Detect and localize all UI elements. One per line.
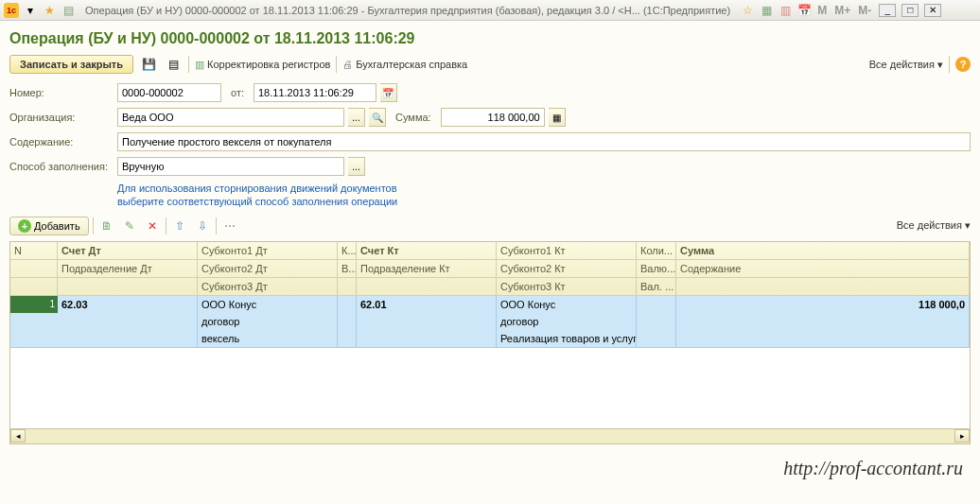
window-titlebar: 1c ▾ ★ ▤ Операция (БУ и НУ) 0000-000002 … [0, 0, 980, 21]
star-icon[interactable]: ★ [42, 3, 57, 18]
m-icon[interactable]: M [815, 4, 829, 17]
sum-label: Сумма: [390, 112, 437, 123]
close-button[interactable]: ✕ [924, 4, 941, 17]
entries-grid: N Счет ДтПодразделение Дт Субконто1 ДтСу… [9, 241, 971, 429]
separator [166, 217, 166, 235]
date-input[interactable] [254, 83, 376, 102]
calc-icon[interactable]: ▥ [778, 3, 793, 18]
grid-toolbar: +Добавить 🗎 ✎ ✕ ⇧ ⇩ ⋯ Все действия ▾ [9, 217, 971, 235]
edit-icon[interactable]: ✎ [120, 217, 139, 235]
col-qty[interactable]: Коли... [637, 242, 675, 260]
m-plus-icon[interactable]: M+ [832, 4, 852, 17]
col-n[interactable]: N [10, 242, 57, 260]
org-input[interactable] [117, 108, 344, 127]
calc-icon[interactable]: ▦ [549, 108, 566, 127]
col-sub1-dt[interactable]: Субконто1 Дт [198, 242, 337, 260]
add-button[interactable]: +Добавить [9, 217, 89, 235]
main-toolbar: Записать и закрыть 💾 ▤ ▥Корректировка ре… [9, 55, 971, 74]
m-minus-icon[interactable]: M- [856, 4, 873, 17]
col-sum[interactable]: Сумма [676, 242, 969, 260]
fill-label: Способ заполнения: [9, 161, 114, 172]
watermark: http://prof-accontant.ru [783, 458, 963, 479]
number-input[interactable] [117, 83, 221, 102]
help-icon[interactable]: ? [955, 57, 971, 72]
fill-lookup-icon[interactable]: ... [348, 157, 365, 176]
save-close-button[interactable]: Записать и закрыть [9, 55, 133, 74]
window-title: Операция (БУ и НУ) 0000-000002 от 18.11.… [85, 5, 730, 16]
org-lookup-icon[interactable]: ... [348, 108, 365, 127]
grid-header: N Счет ДтПодразделение Дт Субконто1 ДтСу… [10, 242, 970, 296]
table-row[interactable]: 1 62.03 ООО Конусдоговорвексель 62.01 ОО… [10, 296, 970, 348]
scroll-right-icon[interactable]: ▸ [954, 429, 970, 443]
col-acc-kt[interactable]: Счет Кт [357, 242, 496, 260]
save-icon[interactable]: 💾 [139, 55, 158, 74]
col-acc-dt[interactable]: Счет Дт [58, 242, 197, 260]
app-logo-icon: 1c [4, 3, 19, 18]
from-label: от: [225, 87, 250, 98]
sum-input[interactable] [441, 108, 545, 127]
separator [336, 56, 337, 73]
move-up-icon[interactable]: ⇧ [170, 217, 189, 235]
fill-input[interactable] [117, 157, 344, 176]
minimize-button[interactable]: _ [879, 4, 896, 17]
org-open-icon[interactable]: 🔍 [369, 108, 386, 127]
dropdown-icon[interactable]: ▾ [23, 3, 38, 18]
move-down-icon[interactable]: ⇩ [193, 217, 212, 235]
number-label: Номер: [9, 87, 114, 98]
row-marker-icon: 1 [10, 296, 58, 313]
scroll-left-icon[interactable]: ◂ [10, 429, 26, 443]
fill-hint: Для использования сторнирования движений… [117, 182, 971, 209]
delete-icon[interactable]: ✕ [143, 217, 162, 235]
grid-all-actions-dropdown[interactable]: Все действия ▾ [897, 219, 971, 232]
maximize-button[interactable]: □ [901, 4, 919, 17]
list-icon[interactable]: ▤ [164, 55, 183, 74]
separator [93, 217, 94, 235]
calendar-icon[interactable]: 📅 [796, 3, 812, 18]
reg-correction-button[interactable]: ▥Корректировка регистров [195, 59, 330, 71]
accounting-ref-button[interactable]: 🖨Бухгалтерская справка [342, 59, 467, 70]
horizontal-scrollbar[interactable]: ◂ ▸ [9, 429, 971, 444]
doc-icon[interactable]: ▤ [61, 3, 76, 18]
col-k[interactable]: К... [338, 242, 356, 260]
separator [216, 217, 217, 235]
copy-icon[interactable]: 🗎 [97, 217, 116, 235]
grid-icon[interactable]: ▦ [759, 3, 774, 18]
page-title: Операция (БУ и НУ) 0000-000002 от 18.11.… [9, 30, 971, 47]
col-sub1-kt[interactable]: Субконто1 Кт [497, 242, 636, 260]
all-actions-dropdown[interactable]: Все действия ▾ [869, 59, 943, 71]
separator [949, 56, 950, 73]
grid-body: 1 62.03 ООО Конусдоговорвексель 62.01 ОО… [10, 296, 970, 428]
desc-input[interactable] [117, 132, 971, 151]
org-label: Организация: [9, 112, 114, 123]
date-picker-icon[interactable]: 📅 [380, 83, 397, 102]
more-icon[interactable]: ⋯ [220, 217, 239, 235]
desc-label: Содержание: [9, 136, 114, 148]
fav-icon[interactable]: ☆ [740, 3, 755, 18]
separator [188, 56, 189, 73]
